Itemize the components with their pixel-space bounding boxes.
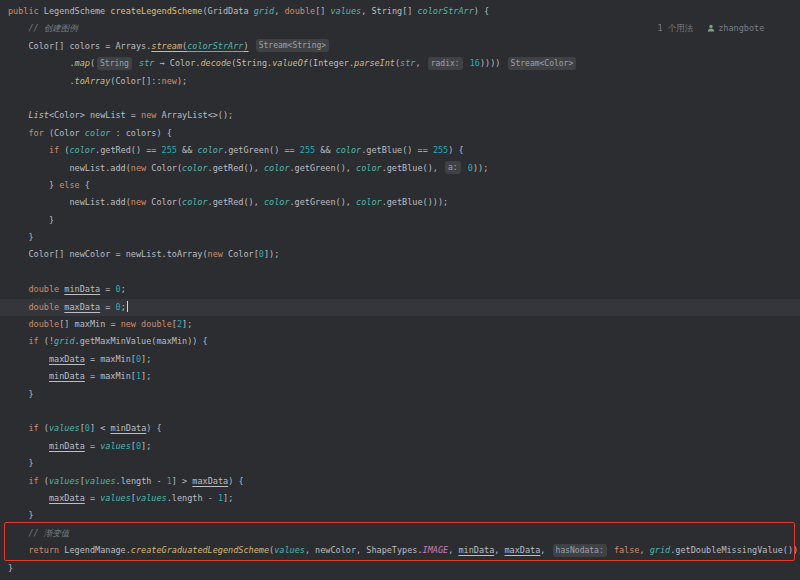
code-token: valueOf: [272, 58, 308, 68]
code-token: ];: [141, 371, 151, 381]
code-line[interactable]: [0, 264, 800, 281]
code-line[interactable]: maxData = maxMin[0];: [0, 351, 800, 368]
code-token: [8, 371, 49, 381]
code-line[interactable]: List<Color> newList = new ArrayList<>();: [0, 107, 800, 124]
code-line[interactable]: return LegendManage.createGraduatedLegen…: [0, 542, 800, 559]
code-token: = maxMin[: [85, 371, 136, 381]
code-line[interactable]: [0, 90, 800, 107]
code-line[interactable]: double[] maxMin = new double[2];: [0, 316, 800, 333]
code-token: color: [264, 197, 290, 207]
code-token: [8, 319, 28, 329]
code-line[interactable]: [0, 403, 800, 420]
code-token: [8, 441, 49, 451]
code-line[interactable]: minData = values[0];: [0, 438, 800, 455]
code-token: =: [85, 441, 100, 451]
code-token: new: [131, 197, 146, 207]
code-token: color: [85, 128, 111, 138]
code-token: maxData: [49, 493, 85, 503]
code-token: [8, 336, 28, 346]
code-token: createLegendScheme: [110, 6, 202, 16]
code-token: public: [8, 6, 44, 16]
code-token: // 渐变值: [8, 528, 69, 538]
code-line[interactable]: maxData = values[values.length - 1];: [0, 490, 800, 507]
code-token: }: [8, 458, 34, 468]
code-token: }: [8, 510, 34, 520]
code-token: ) {: [228, 476, 243, 486]
code-token: newList.add(: [8, 197, 131, 207]
code-token: if: [49, 145, 59, 155]
code-line[interactable]: double maxData = 0;: [0, 299, 800, 316]
code-token: // 创建图例: [8, 23, 78, 33]
code-token: for: [28, 128, 43, 138]
code-line[interactable]: if (values[values.length - 1] > maxData)…: [0, 473, 800, 490]
code-line[interactable]: if (values[0] < minData) {: [0, 420, 800, 437]
code-token: ,: [415, 58, 425, 68]
code-token: grid: [54, 336, 74, 346]
code-token: (Color: [44, 128, 85, 138]
code-token: minData: [49, 441, 85, 451]
code-token: newList.add(: [8, 163, 131, 173]
code-line[interactable]: if (!grid.getMaxMinValue(maxMin)) {: [0, 333, 800, 350]
code-token: map: [75, 58, 90, 68]
code-line[interactable]: }: [0, 507, 800, 524]
code-token: &&: [315, 145, 335, 155]
code-token: colorStrArr: [418, 6, 474, 16]
code-token: if: [28, 476, 38, 486]
code-line[interactable]: }: [0, 212, 800, 229]
code-line[interactable]: minData = maxMin[1];: [0, 368, 800, 385]
code-line[interactable]: newList.add(new Color(color.getRed(), co…: [0, 160, 800, 177]
code-token: .getMaxMinValue(maxMin)) {: [75, 336, 208, 346]
code-token: maxData: [64, 302, 100, 312]
code-line[interactable]: Color[] newColor = newList.toArray(new C…: [0, 246, 800, 263]
code-token: LegendScheme: [44, 6, 111, 16]
code-token: .getBlue(),: [382, 163, 443, 173]
code-token: =: [100, 302, 115, 312]
code-line[interactable]: newList.add(new Color(color.getRed(), co…: [0, 194, 800, 211]
code-token: );: [177, 76, 187, 86]
code-token: .getBlue()));: [382, 197, 449, 207]
code-token: return: [28, 545, 59, 555]
inlay-hint-chip: Stream<String>: [256, 39, 329, 52]
code-token: new: [141, 110, 156, 120]
code-token: double: [28, 302, 59, 312]
code-token: Color(: [146, 197, 182, 207]
code-token: color: [264, 163, 290, 173]
code-token: )))): [480, 58, 500, 68]
code-token: ];: [223, 493, 233, 503]
code-line[interactable]: Color[] colors = Arrays.stream(colorStrA…: [0, 38, 800, 55]
code-vision[interactable]: 1 个用法zhangbote: [637, 3, 764, 20]
code-token: [8, 545, 28, 555]
code-line[interactable]: }: [0, 229, 800, 246]
code-token: IMAGE: [423, 545, 449, 555]
code-token: [500, 58, 505, 68]
inlay-hint-chip: String: [97, 57, 132, 70]
code-token: 255: [162, 145, 177, 155]
code-token: createGraduatedLegendScheme: [131, 545, 269, 555]
code-token: ,: [274, 6, 284, 16]
author-attribution[interactable]: zhangbote: [707, 23, 764, 33]
code-line[interactable]: } else {: [0, 177, 800, 194]
code-token: (Integer.: [308, 58, 354, 68]
author-name: zhangbote: [718, 23, 764, 33]
code-token: if: [28, 423, 38, 433]
code-editor[interactable]: 1 个用法zhangbote public LegendScheme creat…: [0, 0, 800, 580]
code-line[interactable]: }: [0, 560, 800, 577]
code-line[interactable]: .map(String str → Color.decode(String.va…: [0, 55, 800, 72]
usages-count-hint[interactable]: 1 个用法: [657, 23, 693, 33]
code-line[interactable]: for (Color color : colors) {: [0, 125, 800, 142]
inlay-hint-chip: Stream<Color>: [508, 57, 577, 70]
code-token: grid: [254, 6, 274, 16]
code-line[interactable]: double minData = 0;: [0, 281, 800, 298]
code-line[interactable]: }: [0, 455, 800, 472]
code-token: (: [90, 58, 95, 68]
code-line[interactable]: .toArray(Color[]::new);: [0, 73, 800, 90]
code-token: maxData: [192, 476, 228, 486]
code-token: color: [69, 145, 95, 155]
code-token: Color[: [223, 249, 259, 259]
code-line[interactable]: if (color.getRed() == 255 && color.getGr…: [0, 142, 800, 159]
code-token: decode: [200, 58, 231, 68]
code-token: [8, 354, 49, 364]
code-line[interactable]: // 渐变值: [0, 525, 800, 542]
code-token: [8, 128, 28, 138]
code-line[interactable]: }: [0, 386, 800, 403]
